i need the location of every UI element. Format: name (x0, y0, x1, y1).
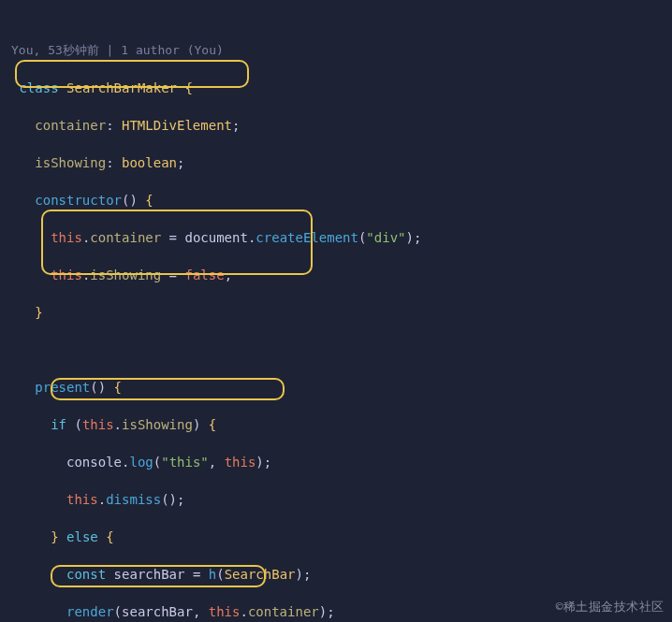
code-line[interactable]: const searchBar = h(SearchBar); (11, 565, 672, 584)
code-line[interactable]: } (11, 303, 672, 322)
method-constructor: constructor (35, 193, 122, 208)
code-line[interactable]: console.log("this", this); (11, 453, 672, 471)
field-container: container (35, 118, 106, 133)
field-isShowing: isShowing (35, 155, 106, 170)
keyword-class: class (19, 80, 58, 95)
code-editor[interactable]: You, 53秒钟前 | 1 author (You) class Search… (0, 0, 672, 622)
code-line[interactable]: } else { (11, 528, 672, 546)
code-line[interactable] (11, 340, 672, 359)
code-line[interactable]: container: HTMLDivElement; (11, 116, 672, 135)
type-bool: boolean (122, 155, 177, 170)
method-present: present (35, 380, 90, 395)
code-line[interactable]: present() { (11, 378, 672, 397)
code-line[interactable]: this.dismiss(); (11, 490, 672, 509)
code-line[interactable]: class SearchBarMaker { (11, 79, 672, 97)
code-line[interactable]: this.container = document.createElement(… (11, 228, 672, 247)
code-line[interactable]: this.isShowing = false; (11, 266, 672, 284)
code-line[interactable]: if (this.isShowing) { (11, 415, 672, 434)
type-div: HTMLDivElement (122, 118, 232, 133)
code-line[interactable]: constructor() { (11, 191, 672, 210)
code-line[interactable]: isShowing: boolean; (11, 153, 672, 172)
watermark-text: ©稀土掘金技术社区 (556, 598, 665, 616)
class-name: SearchBarMaker (66, 80, 177, 95)
codelens-author: You, 53秒钟前 | 1 author (You) (11, 41, 672, 60)
